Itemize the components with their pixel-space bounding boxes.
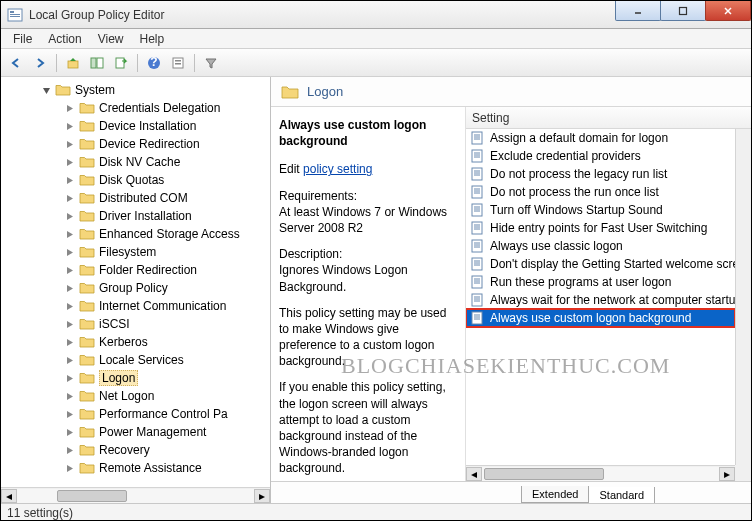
folder-icon [79,281,95,295]
expand-icon[interactable] [65,409,76,420]
setting-row[interactable]: Always wait for the network at computer … [466,291,735,309]
expand-icon[interactable] [65,283,76,294]
tree-item-filesystem[interactable]: Filesystem [1,243,270,261]
setting-row[interactable]: Don't display the Getting Started welcom… [466,255,735,273]
tree-item-device-redirection[interactable]: Device Redirection [1,135,270,153]
expand-icon[interactable] [65,265,76,276]
expand-icon[interactable] [65,319,76,330]
setting-row[interactable]: Turn off Windows Startup Sound [466,201,735,219]
properties-button[interactable] [167,52,189,74]
setting-row[interactable]: Assign a default domain for logon [466,129,735,147]
expand-icon[interactable] [65,337,76,348]
folder-icon [79,353,95,367]
tree-label: Internet Communication [99,299,226,313]
expand-icon[interactable] [65,463,76,474]
tree-item-credentials-delegation[interactable]: Credentials Delegation [1,99,270,117]
setting-row[interactable]: Do not process the run once list [466,183,735,201]
tree-item-enhanced-storage-access[interactable]: Enhanced Storage Access [1,225,270,243]
tree-item-performance-control-pa[interactable]: Performance Control Pa [1,405,270,423]
list-hscrollbar[interactable]: ◂ ▸ [466,465,735,481]
minimize-button[interactable] [615,1,661,21]
show-hide-tree-button[interactable] [86,52,108,74]
tree-label: System [75,83,115,97]
expand-icon[interactable] [65,445,76,456]
scroll-left-icon[interactable]: ◂ [466,467,482,481]
up-button[interactable] [62,52,84,74]
expand-icon[interactable] [65,121,76,132]
expand-icon[interactable] [65,355,76,366]
menu-action[interactable]: Action [40,30,89,48]
main-split: SystemCredentials DelegationDevice Insta… [1,77,751,503]
collapse-icon[interactable] [41,85,52,96]
setting-row[interactable]: Hide entry points for Fast User Switchin… [466,219,735,237]
folder-icon [79,137,95,151]
tree-item-disk-quotas[interactable]: Disk Quotas [1,171,270,189]
tree-item-distributed-com[interactable]: Distributed COM [1,189,270,207]
setting-row[interactable]: Run these programs at user logon [466,273,735,291]
scroll-left-icon[interactable]: ◂ [1,489,17,503]
menu-view[interactable]: View [90,30,132,48]
expand-icon[interactable] [65,247,76,258]
setting-row[interactable]: Exclude credential providers [466,147,735,165]
expand-icon[interactable] [65,103,76,114]
menu-help[interactable]: Help [132,30,173,48]
setting-row[interactable]: Do not process the legacy run list [466,165,735,183]
scroll-right-icon[interactable]: ▸ [254,489,270,503]
tree-item-iscsi[interactable]: iSCSI [1,315,270,333]
expand-icon[interactable] [65,391,76,402]
tree-item-net-logon[interactable]: Net Logon [1,387,270,405]
tree-item-kerberos[interactable]: Kerberos [1,333,270,351]
requirements-label: Requirements: [279,189,357,203]
tree-item-remote-assistance[interactable]: Remote Assistance [1,459,270,477]
setting-row[interactable]: Always use custom logon background [466,309,735,327]
tree-item-internet-communication[interactable]: Internet Communication [1,297,270,315]
setting-label: Hide entry points for Fast User Switchin… [490,221,707,235]
tree-item-disk-nv-cache[interactable]: Disk NV Cache [1,153,270,171]
expand-icon[interactable] [65,193,76,204]
folder-icon [79,119,95,133]
tree-item-logon[interactable]: Logon [1,369,270,387]
expand-icon[interactable] [65,427,76,438]
setting-row[interactable]: Always use classic logon [466,237,735,255]
tree-item-group-policy[interactable]: Group Policy [1,279,270,297]
tree-item-power-management[interactable]: Power Management [1,423,270,441]
list-vscrollbar[interactable] [735,129,751,465]
column-header-setting[interactable]: Setting [466,107,751,129]
expand-icon[interactable] [65,157,76,168]
expand-icon[interactable] [65,373,76,384]
tree-item-device-installation[interactable]: Device Installation [1,117,270,135]
expand-icon[interactable] [65,229,76,240]
tree-item-driver-installation[interactable]: Driver Installation [1,207,270,225]
folder-icon [79,299,95,313]
edit-policy-link[interactable]: policy setting [303,162,372,176]
menu-file[interactable]: File [5,30,40,48]
back-button[interactable] [5,52,27,74]
svg-rect-1 [10,11,14,13]
expand-icon[interactable] [65,175,76,186]
svg-rect-9 [91,58,96,68]
tree-item-recovery[interactable]: Recovery [1,441,270,459]
tree-item-system[interactable]: System [1,81,270,99]
tab-standard[interactable]: Standard [588,487,655,503]
export-button[interactable] [110,52,132,74]
tree-label: Net Logon [99,389,154,403]
tree-hscrollbar[interactable]: ◂ ▸ [1,487,270,503]
close-button[interactable] [705,1,751,21]
edit-label: Edit [279,162,300,176]
expand-icon[interactable] [65,211,76,222]
tree-label: Device Redirection [99,137,200,151]
filter-button[interactable] [200,52,222,74]
expand-icon[interactable] [65,301,76,312]
view-tabs: Extended Standard [271,481,751,503]
tree-label: Credentials Delegation [99,101,220,115]
maximize-button[interactable] [660,1,706,21]
tree-label: Folder Redirection [99,263,197,277]
tree-label: Enhanced Storage Access [99,227,240,241]
expand-icon[interactable] [65,139,76,150]
tree-item-folder-redirection[interactable]: Folder Redirection [1,261,270,279]
help-button[interactable]: ? [143,52,165,74]
tree-item-locale-services[interactable]: Locale Services [1,351,270,369]
scroll-right-icon[interactable]: ▸ [719,467,735,481]
tab-extended[interactable]: Extended [521,486,589,503]
forward-button[interactable] [29,52,51,74]
